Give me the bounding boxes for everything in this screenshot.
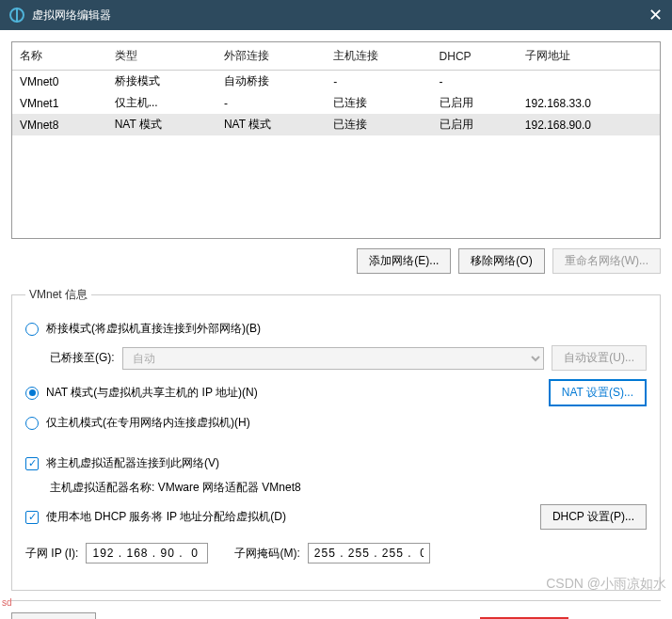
nat-settings-button[interactable]: NAT 设置(S)... xyxy=(549,379,647,406)
subnet-mask-label: 子网掩码(M): xyxy=(234,546,299,562)
nat-radio[interactable] xyxy=(25,387,39,400)
vmnet-table[interactable]: 名称 类型 外部连接 主机连接 DHCP 子网地址 VMnet0桥接模式自动桥接… xyxy=(11,41,661,239)
col-name[interactable]: 名称 xyxy=(12,42,107,71)
host-adapter-checkbox[interactable]: ✓ xyxy=(25,457,39,470)
add-network-button[interactable]: 添加网络(E)... xyxy=(357,248,451,274)
sd-text: sd xyxy=(2,597,12,608)
vmnet-info-legend: VMnet 信息 xyxy=(25,287,91,303)
col-host[interactable]: 主机连接 xyxy=(326,42,431,71)
table-row[interactable]: VMnet0桥接模式自动桥接-- xyxy=(12,71,660,93)
vmnet-info-group: VMnet 信息 桥接模式(将虚拟机直接连接到外部网络)(B) 已桥接至(G):… xyxy=(11,287,661,591)
nat-label: NAT 模式(与虚拟机共享主机的 IP 地址)(N) xyxy=(46,385,258,401)
col-ext[interactable]: 外部连接 xyxy=(216,42,326,71)
bridged-to-select: 自动 xyxy=(122,347,545,370)
subnet-ip-label: 子网 IP (I): xyxy=(25,546,78,562)
app-logo-icon xyxy=(9,8,24,23)
close-icon[interactable]: ✕ xyxy=(648,5,663,25)
col-type[interactable]: 类型 xyxy=(107,42,216,71)
hostonly-radio[interactable] xyxy=(25,417,39,430)
titlebar: 虚拟网络编辑器 ✕ xyxy=(0,0,672,30)
bridged-to-label: 已桥接至(G): xyxy=(50,350,115,366)
table-row[interactable]: VMnet1仅主机...-已连接已启用192.168.33.0 xyxy=(12,92,660,114)
dhcp-settings-button[interactable]: DHCP 设置(P)... xyxy=(540,504,647,530)
col-subnet[interactable]: 子网地址 xyxy=(518,42,660,71)
bridge-radio[interactable] xyxy=(25,323,39,336)
subnet-mask-input[interactable] xyxy=(308,543,430,563)
host-adapter-label: 将主机虚拟适配器连接到此网络(V) xyxy=(46,455,219,471)
window-title: 虚拟网络编辑器 xyxy=(32,8,111,24)
auto-settings-button: 自动设置(U)... xyxy=(552,345,647,371)
restore-defaults-button[interactable]: 还原默认设置(R) xyxy=(11,612,96,619)
dhcp-label: 使用本地 DHCP 服务将 IP 地址分配给虚拟机(D) xyxy=(46,509,286,525)
dhcp-checkbox[interactable]: ✓ xyxy=(25,511,39,524)
table-row[interactable]: VMnet8NAT 模式NAT 模式已连接已启用192.168.90.0 xyxy=(12,114,660,135)
bridge-label: 桥接模式(将虚拟机直接连接到外部网络)(B) xyxy=(46,321,261,337)
remove-network-button[interactable]: 移除网络(O) xyxy=(458,248,544,274)
host-adapter-name: 主机虚拟适配器名称: VMware 网络适配器 VMnet8 xyxy=(50,480,301,496)
subnet-ip-input[interactable] xyxy=(86,543,208,563)
hostonly-label: 仅主机模式(在专用网络内连接虚拟机)(H) xyxy=(46,415,250,431)
col-dhcp[interactable]: DHCP xyxy=(432,42,518,71)
rename-network-button: 重命名网络(W)... xyxy=(552,248,661,274)
